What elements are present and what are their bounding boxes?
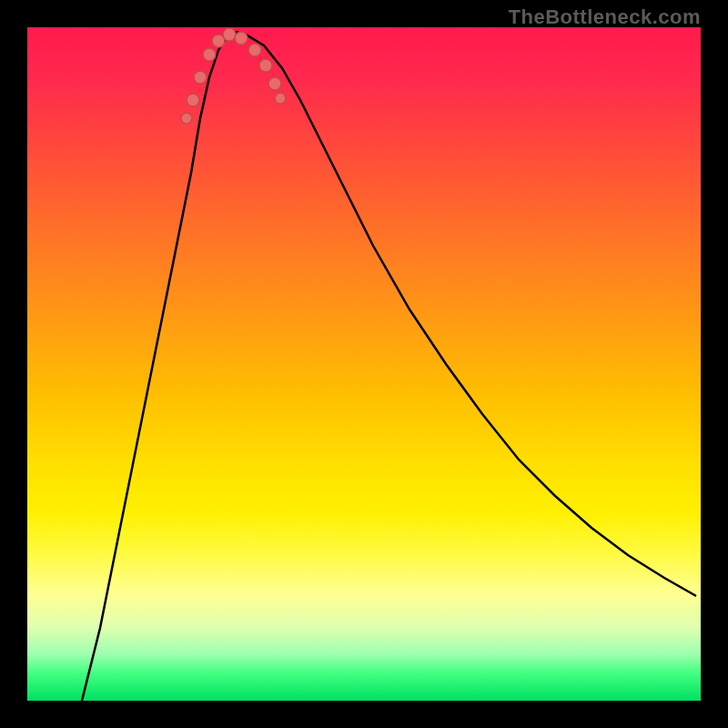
- watermark-text: TheBottleneck.com: [509, 5, 701, 29]
- curve-marker: [259, 59, 272, 72]
- curve-marker: [203, 48, 216, 61]
- curve-marker: [275, 93, 286, 104]
- curve-marker: [181, 113, 192, 124]
- curve-marker: [235, 32, 248, 45]
- curve-marker: [187, 94, 199, 106]
- curve-markers: [181, 28, 286, 124]
- bottleneck-curve: [82, 32, 696, 701]
- plot-area: [27, 27, 701, 701]
- curve-marker: [223, 28, 236, 41]
- bottleneck-curve-svg: [27, 27, 701, 701]
- curve-marker: [194, 71, 207, 84]
- chart-frame: TheBottleneck.com: [0, 0, 728, 728]
- curve-marker: [248, 44, 261, 56]
- curve-marker: [268, 77, 281, 90]
